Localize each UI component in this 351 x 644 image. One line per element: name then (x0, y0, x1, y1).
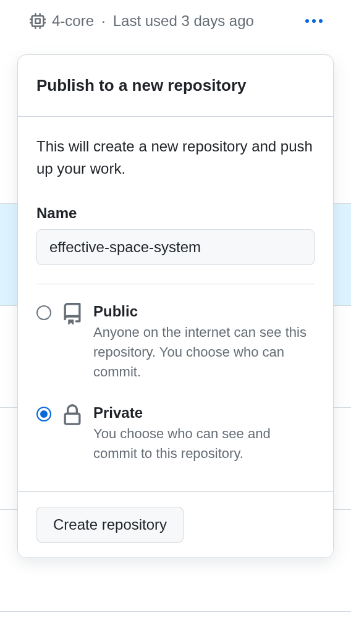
cpu-spec-text: 4-core (52, 12, 94, 30)
more-actions-button[interactable] (302, 15, 326, 27)
cpu-spec: 4-core (30, 12, 94, 30)
visibility-option-public[interactable]: Public Anyone on the internet can see th… (36, 303, 315, 382)
private-title: Private (93, 404, 315, 422)
lock-icon (61, 404, 83, 426)
radio-public[interactable] (36, 305, 51, 320)
separator-dot: · (101, 12, 106, 30)
publish-dialog: Publish to a new repository This will cr… (17, 54, 334, 558)
private-description: You choose who can see and commit to thi… (93, 424, 315, 464)
codespace-meta-row: 4-core · Last used 3 days ago (0, 0, 351, 36)
public-title: Public (93, 303, 315, 320)
repo-icon (61, 303, 83, 325)
divider (36, 284, 315, 284)
dialog-description: This will create a new repository and pu… (36, 135, 315, 180)
create-repository-button[interactable]: Create repository (36, 507, 184, 543)
visibility-option-private[interactable]: Private You choose who can see and commi… (36, 404, 315, 464)
radio-private[interactable] (36, 407, 51, 422)
cpu-icon (30, 13, 46, 29)
repository-name-input[interactable] (36, 229, 315, 265)
name-label: Name (36, 205, 315, 222)
dialog-title: Publish to a new repository (36, 76, 315, 95)
last-used-text: Last used 3 days ago (113, 12, 254, 30)
dialog-body: This will create a new repository and pu… (18, 117, 333, 491)
public-description: Anyone on the internet can see this repo… (93, 323, 315, 382)
dialog-header: Publish to a new repository (18, 55, 333, 117)
dialog-footer: Create repository (18, 491, 333, 557)
